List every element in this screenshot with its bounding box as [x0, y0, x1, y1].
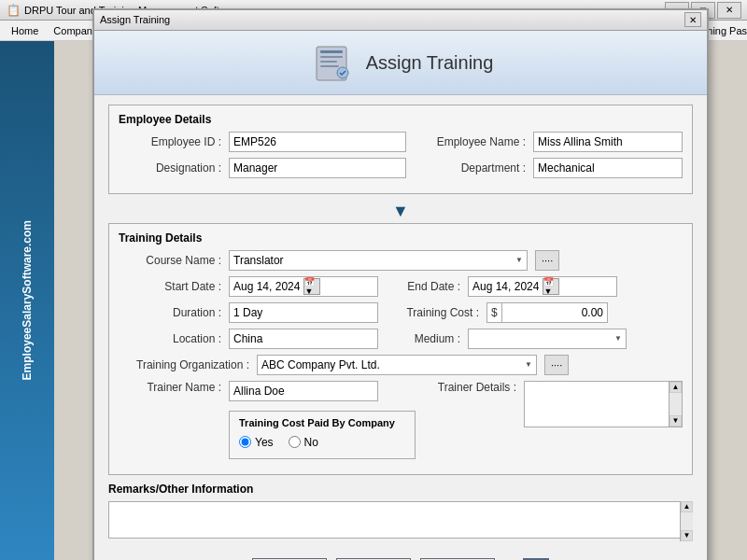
scroll-track: [669, 393, 682, 415]
course-name-value: Translator: [233, 254, 284, 267]
remarks-scrollbar[interactable]: ▲ ▼: [680, 501, 693, 541]
end-date-calendar-button[interactable]: 📅▼: [543, 278, 559, 295]
course-name-dropdown[interactable]: Translator ▼: [229, 250, 528, 271]
trainer-details-label: Trainer Details :: [423, 381, 516, 394]
course-name-label: Course Name :: [119, 254, 221, 267]
employee-id-label: Employee ID :: [119, 135, 221, 148]
dialog-close-button[interactable]: ✕: [684, 12, 701, 27]
location-label: Location :: [119, 332, 221, 345]
date-row: Start Date : Aug 14, 2024 📅▼ End Date : …: [119, 276, 683, 297]
cost-paid-label: Training Cost Paid By Company: [239, 417, 405, 428]
currency-symbol: $: [487, 303, 502, 322]
start-date-calendar-button[interactable]: 📅▼: [303, 278, 320, 295]
close-button[interactable]: ✕: [717, 2, 741, 19]
svg-rect-3: [320, 61, 337, 63]
location-input[interactable]: [229, 329, 378, 349]
remarks-container: ▲ ▼: [108, 501, 693, 541]
dialog-body: Employee Details Employee ID : Employee …: [94, 95, 707, 551]
sidebar-label: EmployeeSalarySoftware.com: [21, 220, 34, 380]
app-icon: 📋: [6, 3, 21, 18]
designation-input[interactable]: [229, 158, 406, 178]
start-date-input[interactable]: Aug 14, 2024 📅▼: [229, 276, 378, 297]
header-icon: [308, 40, 355, 87]
end-date-value: Aug 14, 2024: [472, 280, 539, 293]
trainer-row: Trainer Name : Training Cost Paid By Com…: [119, 381, 683, 459]
designation-row: Designation : Department :: [119, 158, 683, 178]
trainer-details-input[interactable]: ▲ ▼: [524, 381, 683, 427]
svg-rect-4: [320, 65, 339, 67]
start-date-value: Aug 14, 2024: [233, 280, 300, 293]
chevron-down-icon: ▼: [387, 202, 415, 221]
course-name-dropdown-arrow: ▼: [515, 256, 523, 264]
duration-cost-row: Duration : Training Cost : $ 0.00: [119, 302, 683, 323]
trainer-name-label: Trainer Name :: [119, 381, 221, 394]
end-date-input[interactable]: Aug 14, 2024 📅▼: [468, 276, 617, 297]
training-org-label: Training Organization :: [119, 358, 249, 371]
employee-id-row: Employee ID : Employee Name :: [119, 132, 683, 152]
remarks-textarea[interactable]: [108, 501, 693, 539]
training-cost-label: Training Cost :: [386, 306, 479, 319]
scroll-down-arrow[interactable]: ▼: [669, 415, 682, 427]
remarks-scroll-down[interactable]: ▼: [681, 530, 693, 541]
training-details-section: Training Details Course Name : Translato…: [108, 223, 693, 475]
menu-home[interactable]: Home: [4, 23, 46, 38]
remarks-section: Remarks/Other Information ▲ ▼: [108, 483, 693, 541]
org-browse-button[interactable]: ····: [544, 355, 569, 375]
remarks-scroll-track: [681, 512, 693, 530]
department-label: Department :: [414, 161, 526, 175]
designation-label: Designation :: [119, 161, 221, 175]
dialog-title-text: Assign Training: [100, 14, 684, 25]
training-org-dropdown-arrow: ▼: [525, 360, 532, 369]
duration-input[interactable]: [229, 302, 378, 323]
dialog-header-title: Assign Training: [366, 52, 494, 74]
employee-name-input[interactable]: [533, 132, 683, 152]
assign-training-dialog: Assign Training ✕ Assign Training: [92, 8, 709, 561]
training-cost-value[interactable]: 0.00: [502, 304, 607, 321]
remarks-label: Remarks/Other Information: [108, 483, 693, 496]
course-name-row: Course Name : Translator ▼ ····: [119, 250, 683, 271]
training-cost-group: $ 0.00: [486, 302, 608, 323]
cost-paid-radio-group: Yes No: [239, 432, 405, 453]
dialog-title-bar: Assign Training ✕: [94, 10, 707, 31]
svg-rect-2: [320, 56, 343, 58]
training-org-dropdown[interactable]: ABC Company Pvt. Ltd. ▼: [257, 355, 537, 375]
training-org-value: ABC Company Pvt. Ltd.: [261, 358, 380, 371]
trainer-left: Training Cost Paid By Company Yes No: [229, 381, 416, 459]
remarks-scroll-up[interactable]: ▲: [681, 501, 693, 512]
course-browse-button[interactable]: ····: [535, 250, 559, 271]
employee-details-label: Employee Details: [119, 113, 683, 126]
employee-details-section: Employee Details Employee ID : Employee …: [108, 105, 693, 194]
end-date-label: End Date :: [386, 280, 460, 293]
employee-id-input[interactable]: [229, 132, 406, 152]
medium-dropdown[interactable]: ▼: [468, 329, 627, 349]
radio-no[interactable]: No: [289, 436, 318, 449]
svg-rect-1: [320, 50, 343, 53]
location-medium-row: Location : Medium : ▼: [119, 329, 683, 349]
training-details-label: Training Details: [119, 231, 683, 245]
training-org-row: Training Organization : ABC Company Pvt.…: [119, 355, 683, 375]
dialog-footer: Save Clear Cancel ?: [94, 551, 707, 561]
employee-name-label: Employee Name :: [414, 135, 526, 148]
sidebar: EmployeeSalarySoftware.com: [0, 41, 54, 560]
main-area: Assign Training ✕ Assign Training: [54, 41, 747, 560]
scroll-up-arrow[interactable]: ▲: [669, 382, 682, 393]
cost-paid-box: Training Cost Paid By Company Yes No: [229, 411, 416, 459]
dialog-header: Assign Training: [94, 31, 707, 95]
start-date-label: Start Date :: [119, 280, 221, 293]
medium-dropdown-arrow: ▼: [614, 334, 622, 343]
duration-label: Duration :: [119, 306, 221, 319]
trainer-name-input[interactable]: [229, 381, 378, 401]
department-input[interactable]: [533, 158, 683, 178]
radio-yes[interactable]: Yes: [239, 436, 274, 449]
trainer-details-scrollbar[interactable]: ▲ ▼: [669, 382, 682, 427]
medium-label: Medium :: [386, 332, 460, 345]
